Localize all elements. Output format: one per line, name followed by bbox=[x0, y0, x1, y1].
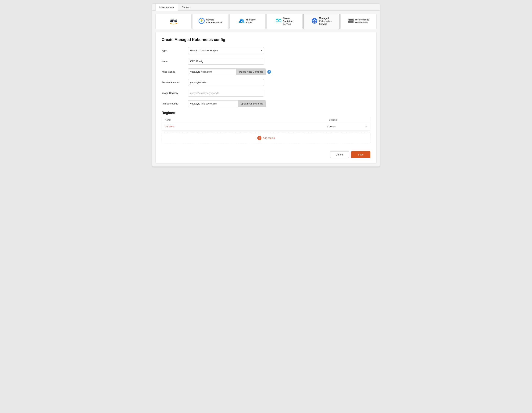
aws-smile-icon bbox=[170, 23, 177, 24]
svg-rect-20 bbox=[348, 22, 349, 23]
pivotal-icon bbox=[276, 18, 281, 24]
provider-k8s[interactable]: ManagedKubernetesService bbox=[303, 14, 340, 29]
cancel-button[interactable]: Cancel bbox=[330, 151, 349, 158]
svg-rect-6 bbox=[279, 20, 281, 22]
region-delete-icon[interactable]: ✕ bbox=[365, 125, 367, 128]
upload-pull-secret-button[interactable]: Upload Pull Secret file bbox=[238, 100, 266, 107]
table-row: US West 3 zones ✕ bbox=[162, 123, 370, 131]
image-registry-label: Image Registry bbox=[162, 92, 188, 94]
kube-config-file-group: Upload Kube Config file bbox=[188, 69, 266, 75]
k8s-label: ManagedKubernetesService bbox=[319, 17, 332, 26]
pull-secret-file-group: Upload Pull Secret file bbox=[188, 100, 266, 107]
regions-col-zones-header: ZONES bbox=[329, 119, 367, 121]
name-label: Name bbox=[162, 60, 188, 63]
type-select-wrapper: Google Container Engine Amazon EKS Azure… bbox=[188, 47, 264, 54]
svg-rect-17 bbox=[348, 20, 349, 21]
image-registry-row: Image Registry bbox=[162, 90, 370, 97]
tab-backup[interactable]: Backup bbox=[178, 4, 194, 11]
pull-secret-filename[interactable] bbox=[188, 100, 238, 107]
pull-secret-row: Pull Secret File Upload Pull Secret file bbox=[162, 100, 370, 107]
save-button[interactable]: Save bbox=[351, 151, 370, 158]
kube-config-help-icon[interactable]: ? bbox=[267, 70, 271, 74]
provider-azure[interactable]: MicrosoftAzure bbox=[229, 14, 266, 29]
provider-onprem[interactable]: On-PremisesDatacenters bbox=[341, 14, 377, 29]
aws-text-label: aws bbox=[170, 18, 177, 23]
kube-config-label: Kube Config bbox=[162, 70, 188, 73]
type-select[interactable]: Google Container Engine Amazon EKS Azure… bbox=[188, 47, 264, 54]
add-region-label: Add region bbox=[263, 137, 275, 139]
pull-secret-label: Pull Secret File bbox=[162, 102, 188, 105]
name-row: Name bbox=[162, 58, 370, 65]
onprem-icon bbox=[348, 18, 353, 24]
name-input[interactable] bbox=[188, 58, 264, 65]
regions-section-title: Regions bbox=[162, 111, 370, 115]
type-row: Type Google Container Engine Amazon EKS … bbox=[162, 47, 370, 54]
form-container: Create Managed Kubernetes config Type Go… bbox=[155, 32, 377, 163]
kube-config-row: Kube Config Upload Kube Config file ? bbox=[162, 69, 370, 75]
svg-rect-15 bbox=[349, 19, 353, 20]
regions-table: NAME ZONES US West 3 zones ✕ bbox=[162, 117, 370, 131]
service-account-label: Service Account bbox=[162, 81, 188, 84]
region-zones-uswest: 3 zones bbox=[327, 125, 365, 128]
provider-pivotal[interactable]: PivotalContainerService bbox=[266, 14, 303, 29]
aws-logo: aws bbox=[170, 18, 177, 24]
provider-gcp[interactable]: GoogleCloud Platform bbox=[192, 14, 228, 29]
region-name-uswest[interactable]: US West bbox=[165, 125, 327, 128]
svg-rect-14 bbox=[348, 19, 349, 20]
type-label: Type bbox=[162, 49, 188, 52]
k8s-icon bbox=[312, 18, 318, 25]
azure-label: MicrosoftAzure bbox=[246, 18, 256, 24]
form-title: Create Managed Kubernetes config bbox=[162, 38, 370, 42]
regions-header: NAME ZONES bbox=[162, 117, 370, 123]
provider-aws[interactable]: aws bbox=[155, 14, 191, 29]
add-region-plus-icon: + bbox=[257, 136, 261, 140]
pivotal-label: PivotalContainerService bbox=[283, 17, 294, 26]
svg-rect-21 bbox=[349, 22, 353, 22]
main-container: Infrastructure Backup aws bbox=[152, 4, 380, 167]
add-region-button[interactable]: + Add region bbox=[162, 133, 370, 143]
svg-rect-5 bbox=[276, 20, 278, 22]
form-footer: Cancel Save bbox=[162, 148, 370, 158]
gcp-label: GoogleCloud Platform bbox=[206, 18, 222, 24]
azure-icon bbox=[239, 18, 244, 24]
svg-rect-18 bbox=[349, 20, 353, 21]
provider-row: aws GoogleCloud Platform bbox=[152, 11, 380, 32]
kube-config-filename[interactable] bbox=[188, 69, 236, 75]
regions-col-name-header: NAME bbox=[165, 119, 329, 121]
svg-point-12 bbox=[314, 20, 315, 22]
service-account-row: Service Account bbox=[162, 79, 370, 86]
upload-kube-config-button[interactable]: Upload Kube Config file bbox=[236, 69, 266, 75]
tab-infrastructure[interactable]: Infrastructure bbox=[155, 4, 178, 11]
gcp-icon bbox=[199, 18, 205, 25]
service-account-input[interactable] bbox=[188, 79, 264, 86]
image-registry-input[interactable] bbox=[188, 90, 264, 97]
tabs-bar: Infrastructure Backup bbox=[152, 4, 380, 11]
onprem-label: On-PremisesDatacenters bbox=[355, 18, 369, 24]
